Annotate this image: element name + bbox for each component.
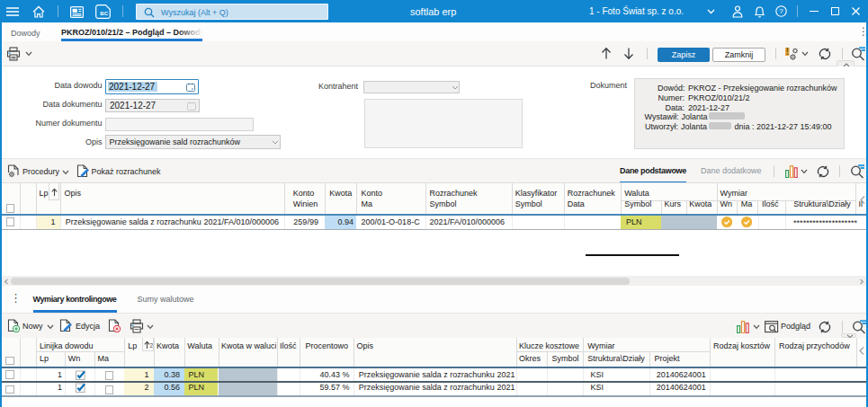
svg-text:BC: BC <box>100 11 109 16</box>
svg-text:?: ? <box>779 7 783 15</box>
svg-text:!: ! <box>786 47 789 57</box>
